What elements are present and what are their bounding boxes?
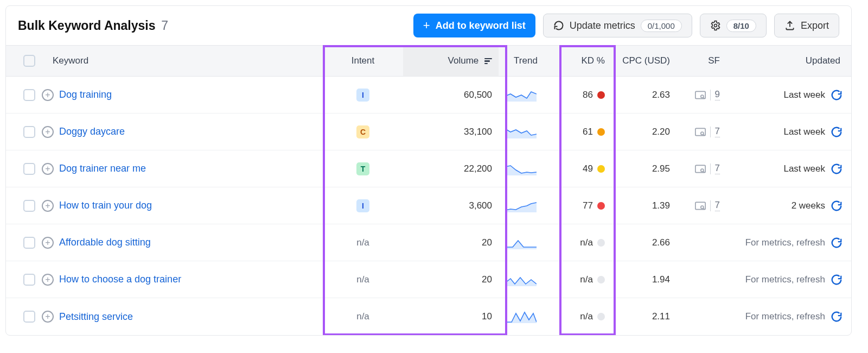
- serp-features-icon[interactable]: [695, 201, 706, 210]
- trend-sparkline: [505, 161, 537, 177]
- column-keyword[interactable]: Keyword: [36, 55, 323, 66]
- refresh-row-icon[interactable]: [831, 200, 843, 212]
- expand-icon[interactable]: +: [42, 274, 54, 286]
- kd-value: n/a: [559, 274, 605, 285]
- volume-value: 33,100: [403, 127, 499, 137]
- intent-na: n/a: [356, 237, 369, 248]
- trend-sparkline: [505, 198, 537, 214]
- updated-text: Last week: [783, 163, 825, 174]
- update-button-label: Update metrics: [570, 20, 635, 31]
- trend-sparkline: [505, 308, 537, 325]
- expand-icon[interactable]: +: [42, 163, 54, 175]
- keyword-link[interactable]: Petsitting service: [59, 311, 133, 323]
- kd-value: n/a: [559, 311, 605, 322]
- volume-value: 20: [403, 237, 499, 248]
- kd-value: 86: [559, 90, 605, 100]
- intent-badge: T: [356, 162, 369, 175]
- gear-icon: [710, 20, 721, 31]
- cpc-value: 2.11: [611, 311, 676, 322]
- sf-value[interactable]: 7: [715, 126, 720, 137]
- column-kd[interactable]: KD %: [553, 55, 611, 66]
- add-to-keyword-list-button[interactable]: + Add to keyword list: [413, 14, 535, 37]
- keyword-link[interactable]: How to choose a dog trainer: [59, 274, 181, 285]
- table-row: +How to train your dogI3,600771.3972 wee…: [6, 187, 851, 224]
- expand-icon[interactable]: +: [42, 200, 54, 212]
- plus-icon: +: [423, 20, 430, 31]
- table-row: +Doggy daycareC33,100612.207Last week: [6, 114, 851, 150]
- row-checkbox[interactable]: [23, 126, 35, 138]
- column-updated[interactable]: Updated: [726, 55, 852, 66]
- serp-features-icon[interactable]: [695, 91, 706, 99]
- kd-dot-icon: [597, 91, 605, 99]
- export-icon: [784, 20, 795, 31]
- row-checkbox[interactable]: [23, 163, 35, 175]
- refresh-icon: [553, 20, 564, 31]
- keyword-link[interactable]: How to train your dog: [59, 200, 152, 211]
- table-header: Keyword Intent Volume Trend KD % CPC (US…: [6, 45, 851, 77]
- updated-text: Last week: [783, 127, 825, 137]
- sf-value[interactable]: 9: [715, 89, 720, 100]
- trend-sparkline: [505, 124, 537, 140]
- export-button-label: Export: [801, 20, 829, 31]
- volume-value: 60,500: [403, 90, 499, 100]
- intent-na: n/a: [356, 274, 369, 285]
- keyword-link[interactable]: Dog training: [59, 89, 112, 100]
- sf-value[interactable]: 7: [715, 200, 720, 211]
- row-checkbox[interactable]: [23, 311, 35, 323]
- kd-dot-icon: [597, 202, 605, 210]
- settings-button[interactable]: 8/10: [700, 14, 767, 37]
- export-button[interactable]: Export: [774, 14, 839, 37]
- intent-badge: C: [356, 125, 369, 138]
- add-button-label: Add to keyword list: [436, 20, 526, 31]
- sf-value[interactable]: 7: [715, 163, 720, 174]
- expand-icon[interactable]: +: [42, 126, 54, 138]
- intent-na: n/a: [356, 311, 369, 322]
- column-sf[interactable]: SF: [676, 55, 726, 66]
- bulk-keyword-panel: Bulk Keyword Analysis 7 + Add to keyword…: [5, 5, 852, 336]
- refresh-row-icon[interactable]: [831, 311, 843, 323]
- panel-header: Bulk Keyword Analysis 7 + Add to keyword…: [6, 6, 851, 45]
- update-metrics-button[interactable]: Update metrics 0/1,000: [543, 14, 692, 37]
- kd-dot-icon: [597, 239, 605, 247]
- table-row: +Affordable dog sittingn/a20n/a2.66For m…: [6, 224, 851, 261]
- serp-features-icon[interactable]: [695, 128, 706, 136]
- kd-value: 77: [559, 200, 605, 211]
- cpc-value: 2.95: [611, 163, 676, 174]
- cpc-value: 1.94: [611, 274, 676, 285]
- row-checkbox[interactable]: [23, 200, 35, 212]
- intent-badge: I: [356, 89, 369, 102]
- refresh-row-icon[interactable]: [831, 274, 843, 286]
- table-row: +Petsitting servicen/a10n/a2.11For metri…: [6, 298, 851, 335]
- column-trend[interactable]: Trend: [499, 55, 553, 66]
- updated-text: For metrics, refresh: [745, 237, 825, 248]
- refresh-row-icon[interactable]: [831, 126, 843, 138]
- row-checkbox[interactable]: [23, 89, 35, 101]
- serp-features-icon[interactable]: [695, 165, 706, 173]
- volume-value: 3,600: [403, 200, 499, 211]
- volume-value: 10: [403, 311, 499, 322]
- expand-icon[interactable]: +: [42, 237, 54, 249]
- updated-text: For metrics, refresh: [745, 274, 825, 285]
- expand-icon[interactable]: +: [42, 311, 54, 323]
- row-checkbox[interactable]: [23, 274, 35, 286]
- row-checkbox[interactable]: [23, 237, 35, 249]
- volume-value: 22,200: [403, 163, 499, 174]
- keyword-link[interactable]: Doggy daycare: [59, 126, 125, 137]
- column-intent[interactable]: Intent: [323, 55, 403, 66]
- update-quota-pill: 0/1,000: [641, 20, 682, 32]
- table-row: +Dog trainer near meT22,200492.957Last w…: [6, 150, 851, 187]
- expand-icon[interactable]: +: [42, 89, 54, 101]
- select-all-checkbox[interactable]: [23, 55, 35, 67]
- trend-sparkline: [505, 272, 537, 288]
- svg-point-0: [714, 24, 717, 27]
- table-body: +Dog trainingI60,500862.639Last week+Dog…: [6, 77, 851, 335]
- keyword-link[interactable]: Dog trainer near me: [59, 163, 146, 174]
- updated-text: 2 weeks: [792, 200, 825, 211]
- refresh-row-icon[interactable]: [831, 89, 843, 101]
- column-cpc[interactable]: CPC (USD): [611, 55, 676, 66]
- keyword-link[interactable]: Affordable dog sitting: [59, 237, 151, 248]
- table-row: +How to choose a dog trainern/a20n/a1.94…: [6, 261, 851, 298]
- refresh-row-icon[interactable]: [831, 163, 843, 175]
- updated-text: Last week: [783, 90, 825, 100]
- refresh-row-icon[interactable]: [831, 237, 843, 249]
